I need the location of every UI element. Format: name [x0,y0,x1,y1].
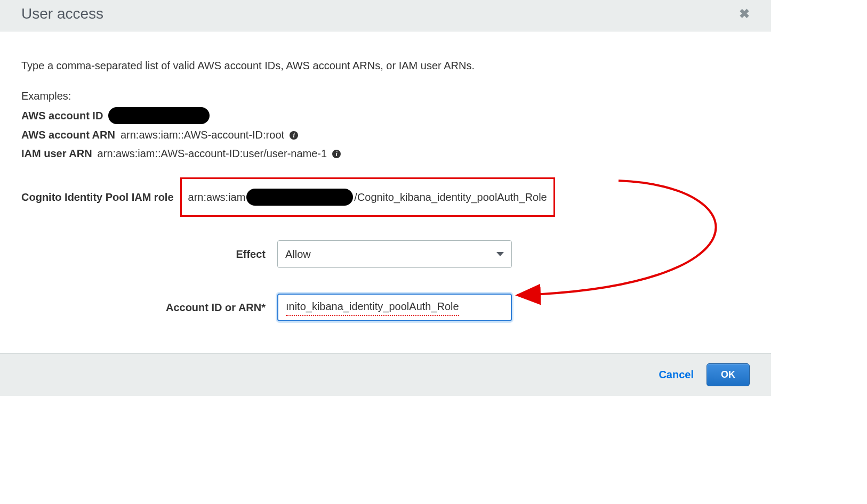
example-label: AWS account ID [21,108,103,124]
account-row: Account ID or ARN* ınito_kibana_identity… [21,294,750,321]
redacted-account-number [246,189,353,206]
account-id-arn-input[interactable]: ınito_kibana_identity_poolAuth_Role [277,294,512,321]
example-iam-user-arn: IAM user ARN arn:aws:iam::AWS-account-ID… [21,146,750,161]
cognito-role-highlight: arn:aws:iam /Cognito_kibana_identity_poo… [180,177,555,217]
ok-button[interactable]: OK [707,363,750,386]
cognito-arn-suffix: /Cognito_kibana_identity_poolAuth_Role [354,190,547,205]
info-icon[interactable]: i [290,131,298,140]
example-aws-account-id: AWS account ID [21,107,750,124]
dialog-title: User access [21,5,103,22]
cancel-button[interactable]: Cancel [659,369,694,381]
account-input-value: ınito_kibana_identity_poolAuth_Role [286,299,459,316]
info-icon[interactable]: i [332,150,341,158]
cognito-role-label: Cognito Identity Pool IAM role [21,190,174,205]
dialog-body: Type a comma-separated list of valid AWS… [0,31,771,353]
example-aws-account-arn: AWS account ARN arn:aws:iam::AWS-account… [21,127,750,143]
chevron-down-icon [496,252,504,256]
cognito-role-row: Cognito Identity Pool IAM role arn:aws:i… [21,177,750,217]
effect-selected-value: Allow [285,247,311,262]
examples-heading: Examples: [21,88,750,104]
dialog-header: User access ✖ [0,0,771,31]
redacted-account-id [108,107,210,124]
effect-row: Effect Allow [21,240,750,268]
effect-label: Effect [21,247,277,262]
example-label: IAM user ARN [21,146,92,161]
account-label: Account ID or ARN* [21,300,277,315]
effect-select[interactable]: Allow [277,240,512,268]
example-value: arn:aws:iam::AWS-account-ID:root [121,127,284,143]
intro-text: Type a comma-separated list of valid AWS… [21,58,750,74]
close-icon[interactable]: ✖ [739,6,750,21]
example-label: AWS account ARN [21,127,115,143]
cognito-arn-prefix: arn:aws:iam [188,190,246,205]
dialog-footer: Cancel OK [0,353,771,396]
example-value: arn:aws:iam::AWS-account-ID:user/user-na… [98,146,327,161]
user-access-dialog: User access ✖ Type a comma-separated lis… [0,0,771,396]
